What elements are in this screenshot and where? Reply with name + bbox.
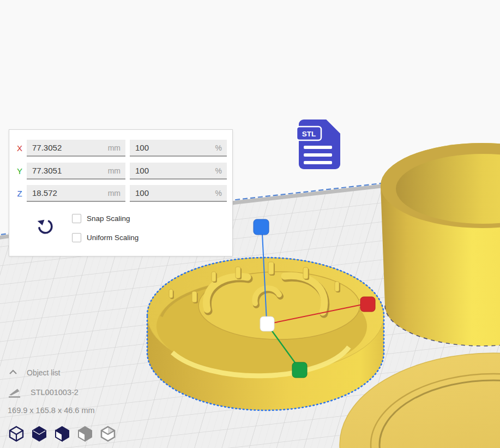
scale-z-mm-field: mm	[27, 185, 125, 202]
anti-overhang-mesh-button[interactable]	[100, 426, 116, 442]
cube-open-face-icon	[55, 426, 70, 442]
unit-mm-x: mm	[108, 144, 125, 152]
axis-y-label: Y	[14, 163, 26, 180]
cube-outline-gray-icon	[100, 426, 116, 442]
model-cup-cylinder[interactable]	[381, 143, 500, 346]
unit-pct-x: %	[215, 144, 227, 152]
print-as-support-button[interactable]	[32, 426, 47, 442]
model-dimensions-label: 169.9 x 165.8 x 46.6 mm	[8, 406, 95, 415]
scale-row-y: Y mm %	[9, 163, 232, 180]
scale-tool-panel: X mm % Y mm % Z mm	[9, 129, 233, 256]
object-list-item[interactable]: STL001003-2	[31, 388, 79, 397]
modify-overlap-settings-button[interactable]	[55, 426, 70, 442]
scale-y-mm-field: mm	[27, 163, 125, 180]
unit-mm-z: mm	[108, 189, 125, 198]
axis-x-label: X	[14, 140, 26, 157]
scale-x-percent-field: %	[130, 140, 227, 157]
snap-scaling-label: Snap Scaling	[87, 214, 130, 223]
scale-z-percent-input[interactable]	[130, 188, 215, 198]
stl-file-icon: STL	[296, 119, 341, 170]
scale-x-percent-input[interactable]	[130, 143, 215, 152]
normal-model-button[interactable]	[9, 426, 24, 442]
uniform-scaling-checkbox[interactable]	[72, 233, 81, 242]
uniform-scaling-label: Uniform Scaling	[87, 234, 138, 242]
application-window: STL X mm % Y mm %	[0, 0, 500, 448]
scale-y-percent-field: %	[130, 163, 227, 180]
scale-y-mm-input[interactable]	[27, 166, 108, 175]
cube-solid-icon	[32, 426, 47, 442]
cube-wireframe-icon	[9, 426, 24, 442]
reset-scale-button[interactable]	[35, 216, 55, 237]
gizmo-x-handle[interactable]	[360, 297, 375, 312]
scale-row-z: Z mm %	[9, 185, 232, 202]
snap-scaling-checkbox[interactable]	[72, 214, 81, 223]
scale-row-x: X mm %	[9, 140, 232, 157]
scale-z-percent-field: %	[130, 185, 227, 202]
unit-pct-y: %	[215, 166, 227, 175]
mesh-type-toolbar	[9, 426, 116, 442]
gizmo-y-handle[interactable]	[292, 362, 307, 378]
model-coin-mold[interactable]	[147, 258, 384, 410]
scale-z-mm-input[interactable]	[27, 188, 108, 198]
pencil-flat-icon	[7, 384, 22, 399]
cube-open-face-gray-icon	[77, 426, 93, 442]
gizmo-center-handle[interactable]	[260, 316, 274, 331]
scale-x-mm-input[interactable]	[27, 143, 108, 152]
snap-scaling-option[interactable]: Snap Scaling	[72, 213, 130, 223]
dont-support-overlap-button[interactable]	[77, 426, 93, 442]
unit-mm-y: mm	[108, 166, 125, 175]
object-list-header[interactable]: Object list	[27, 368, 60, 377]
stl-badge-label: STL	[302, 130, 316, 138]
rotate-ccw-icon	[35, 216, 55, 237]
uniform-scaling-option[interactable]: Uniform Scaling	[72, 232, 138, 242]
scale-x-mm-field: mm	[27, 140, 125, 157]
gizmo-z-handle[interactable]	[254, 219, 269, 235]
scale-y-percent-input[interactable]	[130, 166, 215, 175]
unit-pct-z: %	[215, 189, 227, 198]
axis-z-label: Z	[14, 185, 26, 202]
chevron-up-icon[interactable]	[9, 369, 17, 375]
